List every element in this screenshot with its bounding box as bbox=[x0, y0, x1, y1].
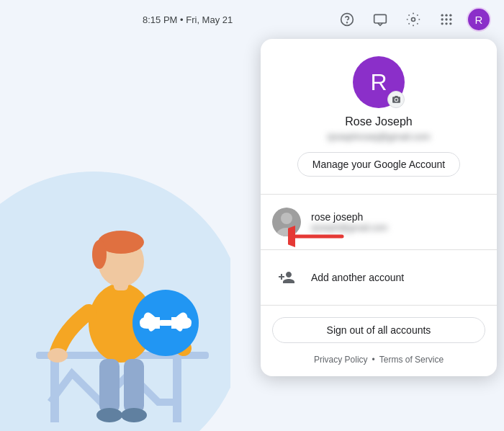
divider-2 bbox=[261, 249, 497, 250]
svg-point-24 bbox=[441, 18, 444, 20]
svg-rect-9 bbox=[99, 359, 120, 413]
svg-point-11 bbox=[96, 408, 122, 422]
settings-icon-button[interactable] bbox=[400, 6, 426, 32]
svg-rect-2 bbox=[173, 357, 181, 422]
manage-account-button[interactable]: Manage your Google Account bbox=[297, 152, 460, 177]
topbar-datetime: 8:15 PM • Fri, May 21 bbox=[143, 14, 233, 25]
svg-point-27 bbox=[441, 22, 444, 25]
divider-3 bbox=[261, 305, 497, 306]
svg-point-28 bbox=[445, 22, 447, 25]
footer-separator: • bbox=[372, 355, 375, 365]
privacy-policy-link[interactable]: Privacy Policy bbox=[314, 355, 368, 365]
avatar-large-wrap: R bbox=[353, 56, 405, 108]
account-dropdown: R Rose Joseph rjosephrosej@gmail.com Man… bbox=[261, 39, 497, 376]
svg-point-7 bbox=[92, 240, 107, 269]
apps-icon-button[interactable] bbox=[433, 6, 459, 32]
divider-1 bbox=[261, 194, 497, 195]
person-illustration bbox=[14, 128, 230, 431]
user-email: rjosephrosej@gmail.com bbox=[327, 131, 430, 142]
svg-rect-10 bbox=[124, 359, 144, 413]
signout-wrap: Sign out of all accounts bbox=[261, 311, 497, 349]
account-avatar-button[interactable]: R bbox=[467, 7, 491, 32]
feedback-icon-button[interactable] bbox=[367, 6, 393, 32]
add-account-row[interactable]: Add another account bbox=[261, 256, 497, 299]
svg-point-8 bbox=[48, 348, 68, 363]
terms-of-service-link[interactable]: Terms of Service bbox=[379, 355, 444, 365]
account-name: rose joseph bbox=[311, 211, 485, 223]
add-account-label: Add another account bbox=[311, 272, 404, 283]
topbar: 8:15 PM • Fri, May 21 R bbox=[0, 0, 504, 39]
camera-icon-button[interactable] bbox=[387, 91, 405, 108]
background-illustration bbox=[0, 0, 230, 431]
svg-point-22 bbox=[445, 14, 447, 17]
svg-point-26 bbox=[449, 18, 451, 20]
svg-point-21 bbox=[441, 14, 444, 17]
help-icon-button[interactable] bbox=[334, 6, 360, 32]
dropdown-header: R Rose Joseph rjosephrosej@gmail.com Man… bbox=[261, 39, 497, 188]
account-info: rose joseph rjoseph@gmail.com bbox=[311, 211, 485, 233]
account-list-item[interactable]: rose joseph rjoseph@gmail.com bbox=[261, 200, 497, 244]
svg-point-25 bbox=[445, 18, 447, 20]
signout-button[interactable]: Sign out of all accounts bbox=[272, 317, 485, 343]
svg-point-18 bbox=[347, 22, 348, 23]
add-account-icon bbox=[272, 263, 301, 292]
footer-links: Privacy Policy • Terms of Service bbox=[261, 349, 497, 368]
svg-rect-19 bbox=[374, 14, 387, 23]
account-avatar-thumbnail bbox=[272, 208, 301, 236]
svg-point-23 bbox=[449, 14, 451, 17]
svg-point-31 bbox=[281, 213, 292, 224]
svg-point-20 bbox=[412, 18, 415, 22]
svg-rect-16 bbox=[158, 320, 173, 326]
svg-point-29 bbox=[449, 22, 451, 25]
account-email: rjoseph@gmail.com bbox=[311, 223, 485, 233]
svg-point-12 bbox=[121, 408, 147, 422]
user-name: Rose Joseph bbox=[345, 115, 412, 128]
